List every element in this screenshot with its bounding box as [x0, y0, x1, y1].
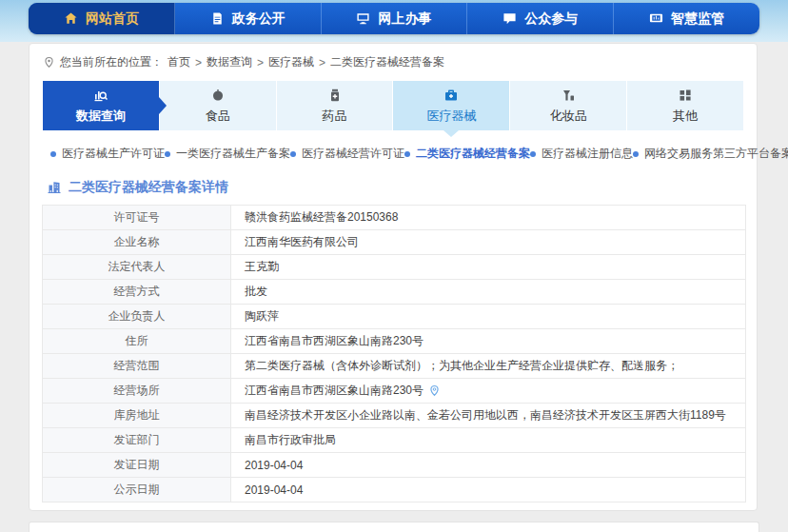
- row-label: 发证部门: [43, 428, 231, 453]
- business-site-text: 江西省南昌市西湖区象山南路230号: [245, 383, 424, 399]
- tab-label: 医疗器械: [426, 108, 476, 125]
- nav-item-online-services[interactable]: 网上办事: [322, 3, 468, 34]
- table-row: 库房地址 南昌经济技术开发区小企业路以南、金若公司用地以西，南昌经济技术开发区玉…: [43, 404, 746, 428]
- nav-item-public-participation[interactable]: 公众参与: [467, 3, 614, 34]
- bullet-dot-icon: [530, 151, 536, 157]
- table-row: 发证日期 2019-04-04: [43, 453, 746, 478]
- breadcrumb-data-query[interactable]: 数据查询: [207, 54, 252, 70]
- row-label: 发证日期: [43, 453, 231, 478]
- smart-supervision-icon: [649, 11, 663, 26]
- tab-medical-device[interactable]: 医疗器械: [393, 81, 510, 130]
- food-icon: [210, 88, 226, 103]
- row-value: 2019-04-04: [231, 453, 746, 478]
- row-value: 江西南华医药有限公司: [231, 230, 746, 255]
- section-title-bar: 二类医疗器械经营备案详情: [30, 167, 757, 205]
- row-value: 南昌市行政审批局: [231, 428, 746, 453]
- nav-item-home[interactable]: 网站首页: [29, 3, 175, 34]
- subnav-third-party-platform[interactable]: 网络交易服务第三方平台备案: [633, 146, 788, 162]
- table-row: 住所 江西省南昌市西湖区象山南路230号: [43, 329, 746, 354]
- row-label: 住所: [43, 329, 231, 354]
- subnav-label: 网络交易服务第三方平台备案: [644, 146, 788, 162]
- table-row: 许可证号 赣洪食药监械经营备20150368: [43, 206, 746, 230]
- nav-item-label: 公众参与: [524, 10, 578, 28]
- category-tabs: 数据查询 食品 药品 医疗器械 化妆品: [43, 81, 743, 130]
- tab-drug[interactable]: 药品: [277, 81, 394, 130]
- row-value: 陶跃萍: [231, 305, 746, 329]
- tab-cosmetics[interactable]: 化妆品: [510, 81, 627, 130]
- table-row: 企业负责人 陶跃萍: [43, 305, 746, 329]
- tab-food[interactable]: 食品: [160, 81, 277, 130]
- row-label: 法定代表人: [43, 255, 231, 280]
- row-label: 经营场所: [43, 379, 231, 404]
- subnav-operation-license[interactable]: 医疗器械经营许可证: [290, 146, 404, 162]
- medical-device-icon: [443, 88, 459, 103]
- tab-data-query[interactable]: 数据查询: [43, 81, 160, 130]
- top-navigation: 网站首页 政务公开 网上办事 公众参与 智慧监管: [29, 3, 759, 34]
- breadcrumb-current-page[interactable]: 二类医疗器械经营备案: [330, 54, 444, 70]
- tab-label: 药品: [323, 108, 347, 125]
- table-row: 经营范围 第二类医疗器械（含体外诊断试剂）；为其他企业生产经营企业提供贮存、配送…: [43, 354, 746, 379]
- document-icon: [210, 11, 225, 26]
- breadcrumb-label: 您当前所在的位置：: [60, 54, 163, 70]
- row-value: 2019-04-04: [231, 478, 746, 502]
- bullet-dot-icon: [404, 151, 410, 157]
- breadcrumb-medical-device[interactable]: 医疗器械: [268, 54, 314, 70]
- row-label: 经营方式: [43, 280, 231, 305]
- footer-top-strip: [29, 522, 759, 532]
- subnav-label: 医疗器械经营许可证: [302, 146, 404, 162]
- nav-item-gov-info[interactable]: 政务公开: [175, 3, 322, 34]
- building-icon: [47, 180, 62, 195]
- row-value: 江西省南昌市西湖区象山南路230号: [231, 379, 746, 404]
- nav-item-smart-supervision[interactable]: 智慧监管: [614, 3, 759, 34]
- drug-icon: [327, 88, 343, 103]
- row-value: 批发: [231, 280, 746, 305]
- row-value: 南昌经济技术开发区小企业路以南、金若公司用地以西，南昌经济技术开发区玉屏西大街1…: [231, 404, 746, 428]
- breadcrumb-separator: >: [257, 56, 264, 69]
- speech-bubble-icon: [502, 11, 517, 26]
- monitor-icon: [356, 11, 370, 26]
- map-link[interactable]: [428, 384, 441, 397]
- table-row: 经营方式 批发: [43, 280, 746, 305]
- location-pin-icon: [43, 56, 55, 69]
- subnav-production-license[interactable]: 医疗器械生产许可证: [50, 146, 165, 162]
- detail-table: 许可证号 赣洪食药监械经营备20150368 企业名称 江西南华医药有限公司 法…: [42, 205, 746, 502]
- location-pin-icon: [428, 384, 441, 397]
- cosmetics-icon: [561, 88, 576, 103]
- sub-navigation: 医疗器械生产许可证 一类医疗器械生产备案 医疗器械经营许可证 二类医疗器械经营备…: [30, 130, 757, 167]
- table-row: 发证部门 南昌市行政审批局: [43, 428, 746, 453]
- subnav-label: 医疗器械生产许可证: [62, 146, 165, 162]
- nav-item-label: 政务公开: [232, 10, 286, 28]
- tab-label: 数据查询: [76, 108, 126, 125]
- row-label: 许可证号: [43, 206, 231, 230]
- table-row: 经营场所 江西省南昌市西湖区象山南路230号: [43, 379, 746, 404]
- subnav-label: 医疗器械注册信息: [542, 146, 633, 162]
- section-title: 二类医疗器械经营备案详情: [69, 179, 228, 196]
- bullet-dot-icon: [50, 151, 56, 157]
- tab-label: 其他: [673, 108, 698, 125]
- data-search-icon: [93, 88, 108, 103]
- bullet-dot-icon: [165, 151, 170, 157]
- row-value: 第二类医疗器械（含体外诊断试剂）；为其他企业生产经营企业提供贮存、配送服务；: [231, 354, 746, 379]
- tab-label: 化妆品: [550, 108, 587, 125]
- table-row: 企业名称 江西南华医药有限公司: [43, 230, 746, 255]
- tab-others[interactable]: 其他: [627, 81, 743, 130]
- row-label: 经营范围: [43, 354, 231, 379]
- content-card: 您当前所在的位置： 首页 > 数据查询 > 医疗器械 > 二类医疗器械经营备案 …: [29, 43, 758, 511]
- home-icon: [64, 11, 78, 26]
- nav-item-label: 智慧监管: [671, 10, 724, 28]
- row-value: 江西省南昌市西湖区象山南路230号: [231, 329, 746, 354]
- table-row: 法定代表人 王克勤: [43, 255, 746, 280]
- tab-label: 食品: [206, 108, 230, 125]
- row-value: 赣洪食药监械经营备20150368: [231, 206, 746, 230]
- subnav-registration-info[interactable]: 医疗器械注册信息: [530, 146, 633, 162]
- nav-item-label: 网站首页: [86, 10, 139, 28]
- breadcrumb: 您当前所在的位置： 首页 > 数据查询 > 医疗器械 > 二类医疗器械经营备案: [30, 44, 757, 77]
- nav-item-label: 网上办事: [378, 10, 431, 28]
- row-label: 企业名称: [43, 230, 231, 255]
- subnav-class2-operation-filing[interactable]: 二类医疗器械经营备案: [404, 146, 530, 162]
- breadcrumb-home[interactable]: 首页: [167, 54, 190, 70]
- subnav-label: 二类医疗器械经营备案: [416, 146, 530, 162]
- row-label: 企业负责人: [43, 305, 231, 329]
- row-label: 公示日期: [43, 478, 231, 502]
- subnav-class1-production-filing[interactable]: 一类医疗器械生产备案: [165, 146, 290, 162]
